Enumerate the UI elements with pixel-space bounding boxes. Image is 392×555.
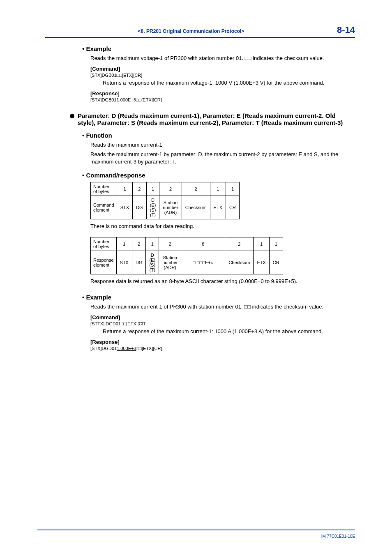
example2-heading: • Example (82, 294, 355, 301)
t1-r2-c2: DG (133, 196, 147, 219)
t2-r2-c6: Checksum (225, 251, 254, 274)
parameter-heading: Parameter: D (Reads maximum current-1), … (70, 112, 355, 126)
example2-resp-underlined: 1.000E+3 (117, 346, 136, 351)
example1-resp-line: [STX]DGB011.000E+3□□[ETX][CR] (90, 97, 355, 102)
t1-r1-c4: 2 (159, 182, 182, 196)
example2-cmd-label: [Command] (90, 314, 355, 320)
t2-r1-c6: 2 (225, 237, 254, 251)
example1-heading: • Example (82, 45, 355, 52)
t1-r2-c1: STX (117, 196, 132, 219)
example1-resp-suffix: □□[ETX][CR] (136, 97, 162, 102)
footer-doc-id: IM 77C01E01-10E (321, 534, 355, 539)
no-command-data-note: There is no command data for data readin… (90, 223, 355, 230)
footer-rule (37, 530, 355, 530)
t2-r1-c0: Numberof bytes (91, 237, 117, 251)
bullet-circle-icon (70, 114, 74, 118)
t2-r2-c2: DG (132, 251, 146, 274)
t2-r1-c5: 8 (181, 237, 225, 251)
chapter-title: <8. PR201 Original Communication Protoco… (138, 28, 244, 34)
page-number: 8-14 (337, 25, 355, 35)
t2-r2-c3: D(E)(S)(T) (146, 251, 159, 274)
example2-cmd-line: [STTX] DGD01□□[ETX][CR] (90, 321, 355, 326)
t1-r2-c4: Stationnumber(ADR) (159, 196, 182, 219)
example1-cmd-label: [Command] (90, 66, 355, 72)
example2-resp-prefix: [STX]DGD01 (90, 346, 117, 351)
t1-r1-c3: 1 (146, 182, 159, 196)
example1-intro: Reads the maximum voltage-1 of PR300 wit… (90, 55, 355, 62)
t1-r2-c3: D(E)(S)(T) (146, 196, 159, 219)
function-heading: • Function (82, 132, 355, 139)
t1-r1-c1: 1 (117, 182, 132, 196)
function-line1: Reads the maximum current-1. (90, 141, 355, 149)
function-line2: Reads the maximum current-1 by parameter… (90, 151, 355, 166)
t1-r2-c7: CR (226, 196, 240, 219)
parameter-heading-text: Parameter: D (Reads maximum current-1), … (78, 112, 355, 126)
t1-r2-c5: Checksum (182, 196, 210, 219)
t2-r2-c0: Responseelement (91, 251, 117, 274)
t1-r1-c6: 1 (210, 182, 226, 196)
t2-r1-c3: 1 (146, 237, 159, 251)
t1-r1-c5: 2 (182, 182, 210, 196)
example1-resp-prefix: [STX]DGB01 (90, 97, 117, 102)
t1-r1-c7: 1 (226, 182, 240, 196)
example1-cmd-desc: Returns a response of the maximum voltag… (103, 79, 355, 87)
example1-cmd-line: [STX]DGB01□□[ETX][CR] (90, 73, 355, 78)
example1-resp-label: [Response] (90, 90, 355, 97)
cmdresp-heading: • Command/response (82, 172, 355, 179)
t2-r2-c8: CR (269, 251, 283, 274)
t1-r1-c0: Numberof bytes (91, 182, 117, 196)
page-header: <8. PR201 Original Communication Protoco… (45, 25, 355, 38)
t2-r1-c4: 2 (159, 237, 181, 251)
t2-r2-c1: STX (116, 251, 132, 274)
example1-resp-underlined: 1.000E+3 (117, 97, 136, 102)
example2-resp-suffix: □□[ETX][CR] (136, 346, 162, 351)
command-table: Numberof bytes 1 2 1 2 2 1 1 Commandelem… (90, 182, 240, 219)
t1-r1-c2: 2 (133, 182, 147, 196)
t2-r2-c4: Stationnumber(ADR) (159, 251, 181, 274)
t2-r1-c2: 2 (132, 237, 146, 251)
t1-r2-c0: Commandelement (91, 196, 117, 219)
t2-r1-c8: 1 (269, 237, 283, 251)
example2-resp-line: [STX]DGD011.000E+3□□[ETX][CR] (90, 346, 355, 351)
t2-r2-c5: □.□□□E+○ (181, 251, 225, 274)
example2-resp-label: [Response] (90, 339, 355, 345)
t2-r2-c7: ETX (254, 251, 269, 274)
t2-r1-c1: 1 (116, 237, 132, 251)
t2-r1-c7: 1 (254, 237, 269, 251)
response-table: Numberof bytes 1 2 1 2 8 2 1 1 Responsee… (90, 237, 283, 274)
example2-intro: Reads the maximum current-1 of PR300 wit… (90, 303, 355, 311)
response-note: Response data is returned as an 8-byte A… (90, 278, 355, 286)
t1-r2-c6: ETX (210, 196, 226, 219)
example2-cmd-desc: Returns a response of the maximum curren… (103, 328, 355, 336)
